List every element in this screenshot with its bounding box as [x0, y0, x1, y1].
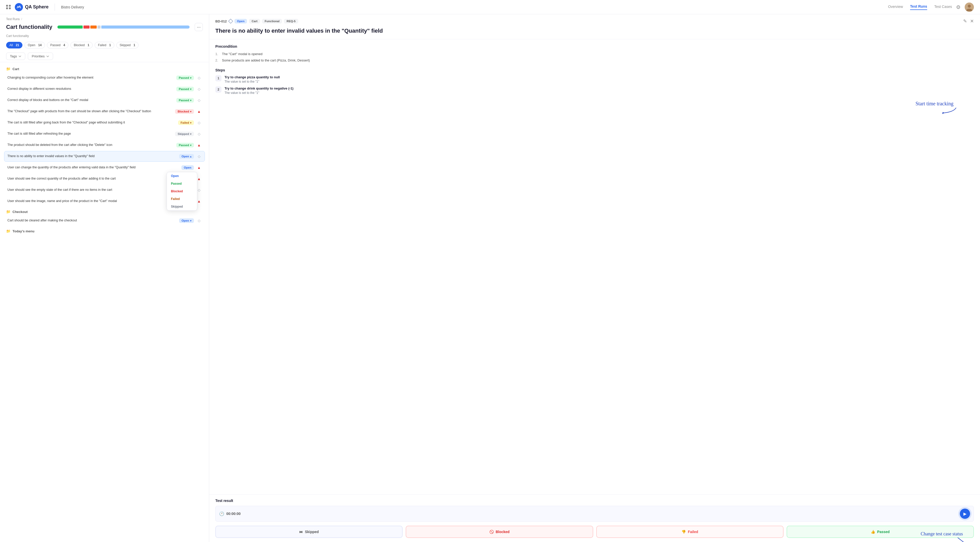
breadcrumb: Test Runs /	[0, 14, 209, 22]
step-action: Try to change drink quantity to negative…	[224, 86, 974, 90]
case-row[interactable]: The cart is still filled after going bac…	[4, 117, 205, 128]
case-text: There is no ability to enter invalid val…	[7, 154, 177, 159]
breadcrumb-parent[interactable]: Test Runs	[6, 17, 20, 21]
case-row[interactable]: The product should be deleted from the c…	[4, 140, 205, 151]
result-btn-blocked[interactable]: 🚫 Blocked	[406, 526, 593, 538]
more-button[interactable]: ···	[195, 23, 203, 31]
status-badge-open[interactable]: Open	[181, 165, 194, 170]
priority-icon: ◇	[196, 218, 202, 223]
case-text: Correct display of blocks and buttons on…	[7, 98, 174, 103]
status-opt-skipped[interactable]: Skipped	[167, 203, 197, 210]
annotation-tracking-label: Start time tracking	[915, 101, 953, 106]
status-badge-failed[interactable]: Failed▾	[178, 121, 194, 125]
priority-icon: ◇	[196, 86, 202, 92]
priorities-filter[interactable]: Priorities	[28, 52, 53, 60]
case-row[interactable]: Changing to corresponding cursor after h…	[4, 72, 205, 83]
status-badge-open[interactable]: Open▾	[179, 218, 194, 223]
group-cart: 📁 Cart	[4, 64, 205, 72]
case-text: Correct display in different screen reso…	[7, 87, 174, 91]
detail-diamond-icon	[228, 19, 233, 24]
timer-icon: 🕐	[219, 512, 224, 516]
case-text: The cart is still filled after going bac…	[7, 121, 175, 125]
settings-icon[interactable]: ⚙	[956, 4, 961, 10]
step-expected: The value is set to the "1"	[224, 80, 974, 83]
topbar-nav: Overview Test Runs Test Cases	[888, 4, 952, 10]
blocked-label: Blocked	[496, 530, 509, 534]
step-body: Try to change pizza quantity to null The…	[224, 75, 974, 83]
nav-test-cases[interactable]: Test Cases	[934, 5, 952, 10]
filter-tab-all[interactable]: All 21	[6, 42, 22, 48]
priority-icon-high: ▲	[196, 143, 202, 148]
cases-list: 📁 Cart Changing to corresponding cursor …	[0, 62, 209, 542]
step-item: 2 Try to change drink quantity to negati…	[215, 86, 974, 95]
filter-tab-failed[interactable]: Failed 1	[95, 42, 114, 48]
filter-tab-skipped[interactable]: Skipped 1	[116, 42, 138, 48]
filter-tab-passed[interactable]: Passed 4	[47, 42, 68, 48]
page-subtitle: Cart functionality	[0, 34, 209, 40]
app-name: QA Sphere	[25, 4, 48, 10]
case-row[interactable]: Cart should be cleared after making the …	[4, 215, 205, 226]
group-cart-label: Cart	[13, 67, 19, 71]
user-avatar[interactable]	[965, 3, 974, 12]
priorities-chevron-icon	[46, 55, 49, 58]
status-badge-skipped[interactable]: Skipped▾	[175, 132, 194, 136]
nav-overview[interactable]: Overview	[888, 5, 903, 10]
right-panel: BD-012 Open Cart Functional REQ-5 ✎ ✕ Th…	[209, 14, 980, 542]
priority-icon-high: ▲	[196, 109, 202, 114]
tag-cart[interactable]: Cart	[249, 19, 260, 24]
main-layout: Test Runs / Cart functionality ··· Cart …	[0, 14, 980, 542]
result-btn-skipped[interactable]: ⏭ Skipped	[215, 526, 402, 538]
status-badge-passed[interactable]: Passed▾	[176, 75, 194, 80]
status-opt-passed[interactable]: Passed	[167, 180, 197, 188]
passed-icon: 👍	[871, 530, 875, 534]
tag-functional[interactable]: Functional	[262, 19, 282, 24]
status-opt-blocked[interactable]: Blocked	[167, 188, 197, 195]
case-row[interactable]: User can change the quantity of the prod…	[4, 162, 205, 173]
case-row[interactable]: The cart is still filled after refreshin…	[4, 129, 205, 139]
progress-failed	[83, 25, 90, 29]
grid-menu-icon[interactable]	[6, 5, 11, 9]
steps-list: 1 Try to change pizza quantity to null T…	[215, 75, 974, 95]
filter-tab-blocked[interactable]: Blocked 1	[70, 42, 92, 48]
status-badge-blocked[interactable]: Blocked▾	[175, 109, 194, 114]
folder-icon: 📁	[6, 210, 10, 214]
step-action: Try to change pizza quantity to null	[224, 75, 974, 79]
status-opt-open[interactable]: Open	[167, 172, 197, 180]
case-text: The product should be deleted from the c…	[7, 143, 174, 148]
tag-req[interactable]: REQ-5	[284, 19, 298, 24]
case-row-selected[interactable]: There is no ability to enter invalid val…	[4, 151, 205, 162]
priority-icon-high: ▲	[196, 199, 202, 204]
case-text: User should see the empty state of the c…	[7, 188, 175, 192]
case-text: Cart should be cleared after making the …	[7, 218, 177, 223]
close-button[interactable]: ✕	[970, 18, 974, 24]
status-badge-passed[interactable]: Passed▾	[176, 87, 194, 91]
filter-tabs: All 21 Open 14 Passed 4 Blocked 1 Failed…	[0, 40, 209, 51]
case-text: User should see the correct quantity of …	[7, 176, 176, 181]
tags-filter[interactable]: Tags	[6, 52, 25, 60]
priority-icon: ◇	[196, 98, 202, 103]
result-btn-failed[interactable]: 👎 Failed	[596, 526, 784, 538]
detail-header: BD-012 Open Cart Functional REQ-5 ✎ ✕ Th…	[209, 14, 980, 39]
case-text: User should see the image, name and pric…	[7, 199, 178, 203]
case-row[interactable]: Correct display of blocks and buttons on…	[4, 95, 205, 106]
step-number: 2	[215, 86, 221, 92]
detail-id: BD-012	[215, 19, 227, 23]
play-button[interactable]: ▶	[960, 509, 970, 519]
case-text: The cart is still filled after refreshin…	[7, 132, 172, 136]
folder-icon: 📁	[6, 229, 10, 233]
filter-tab-open[interactable]: Open 14	[24, 42, 45, 48]
status-badge-passed[interactable]: Passed▾	[176, 143, 194, 148]
status-badge-open[interactable]: Open▴	[179, 154, 194, 159]
tag-open[interactable]: Open	[234, 19, 247, 24]
nav-test-runs[interactable]: Test Runs	[910, 4, 927, 10]
edit-button[interactable]: ✎	[963, 18, 967, 24]
step-item: 1 Try to change pizza quantity to null T…	[215, 75, 974, 83]
priority-icon-high: ▲	[196, 176, 202, 181]
annotation-status-label: Change test case status	[921, 531, 963, 537]
status-badge-passed[interactable]: Passed▾	[176, 98, 194, 103]
case-row[interactable]: Correct display in different screen reso…	[4, 84, 205, 94]
page-title: Cart functionality	[6, 24, 52, 30]
case-row[interactable]: The "Checkout" page with products from t…	[4, 106, 205, 117]
priority-icon: ◇	[196, 188, 202, 192]
status-opt-failed[interactable]: Failed	[167, 195, 197, 203]
